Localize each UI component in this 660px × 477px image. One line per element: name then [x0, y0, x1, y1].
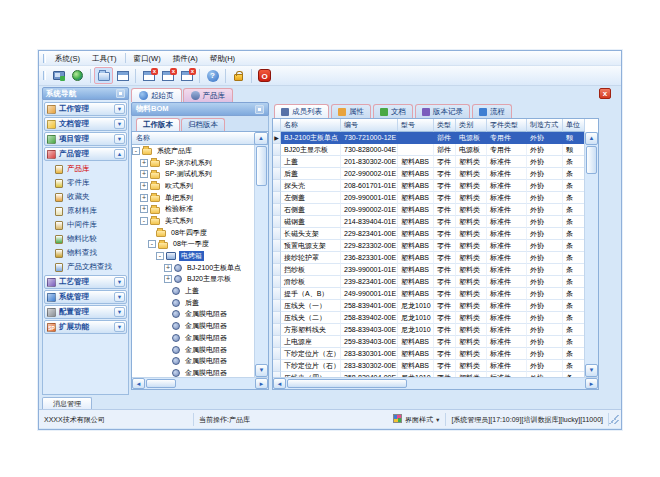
toolbar-button-exit[interactable]: O — [255, 67, 274, 84]
tree-node[interactable]: -美式系列 — [132, 215, 254, 227]
column-header-编号[interactable]: 编号 — [341, 119, 398, 132]
expand-icon[interactable]: + — [140, 194, 148, 202]
style-dropdown-icon[interactable]: ▼ — [435, 417, 440, 423]
table-row[interactable]: 方形塑料线夹258-839403-00E尼龙1010零件塑料类标准件外协条 — [273, 324, 584, 336]
menu-item[interactable]: 插件(A) — [167, 51, 204, 66]
tree-scroll-thumb[interactable] — [256, 146, 267, 186]
tree-node[interactable]: +BJ20主显示板 — [132, 274, 254, 286]
expand-icon[interactable]: + — [164, 275, 172, 283]
table-row[interactable]: 接纱轮护罩236-823301-00E塑料ABS零件塑料类标准件外协条 — [273, 252, 584, 264]
table-row[interactable]: 长磁头支架229-823401-00E塑料ABS零件塑料类标准件外协条 — [273, 228, 584, 240]
tree-node[interactable]: 金属膜电阻器 — [132, 332, 254, 344]
sidebar-group-系统管理[interactable]: 系统管理▼ — [44, 290, 127, 304]
toolbar-grip[interactable] — [43, 71, 46, 80]
doc-tab-起始页[interactable]: 起始页 — [131, 88, 182, 102]
expand-icon[interactable]: + — [140, 159, 148, 167]
column-header-类型[interactable]: 类型 — [434, 119, 456, 132]
toolbar-button-close-window[interactable]: x — [139, 67, 158, 84]
tree-hscroll-thumb[interactable] — [146, 379, 176, 388]
table-row[interactable]: 预置电源支架229-823302-00E塑料ABS零件塑料类标准件外协条 — [273, 240, 584, 252]
chevron-down-icon[interactable]: ▼ — [114, 292, 125, 302]
table-row[interactable]: 左侧盖209-990001-01E塑料ABS零件塑料类标准件外协条 — [273, 192, 584, 204]
tree-node[interactable]: 金属膜电阻器 — [132, 355, 254, 367]
grid-hscroll-thumb[interactable] — [287, 379, 407, 388]
tree-node[interactable]: 08年四季度 — [132, 227, 254, 239]
menu-item[interactable]: 窗口(W) — [128, 51, 167, 66]
chevron-down-icon[interactable]: ▼ — [114, 104, 125, 114]
version-tab-工作版本[interactable]: 工作版本 — [136, 118, 180, 131]
table-row[interactable]: 压线夹（一）258-839401-00E尼龙1010零件塑料类标准件外协条 — [273, 300, 584, 312]
tree-scroll-left-icon[interactable]: ◄ — [132, 378, 145, 389]
table-row[interactable]: 提手（A、B）249-990001-01E塑料ABS零件塑料类标准件外协条 — [273, 288, 584, 300]
table-row[interactable]: 上电源座259-839403-00E塑料ABS零件塑料类标准件外协条 — [273, 336, 584, 348]
sidebar-group-工艺管理[interactable]: 工艺管理▼ — [44, 275, 127, 289]
tree-node[interactable]: 后盖 — [132, 297, 254, 309]
tree-scroll-right-icon[interactable]: ► — [255, 378, 268, 389]
menu-item[interactable]: 帮助(H) — [204, 51, 241, 66]
toolbar-button-lock[interactable] — [229, 67, 248, 84]
menu-item[interactable]: 工具(T) — [86, 51, 123, 66]
expand-icon[interactable]: + — [140, 182, 148, 190]
table-row[interactable]: 挡纱板239-990001-01E塑料ABS零件塑料类标准件外协条 — [273, 264, 584, 276]
table-row[interactable]: 压线夹（二）258-839402-00E尼龙1010零件塑料类标准件外协条 — [273, 312, 584, 324]
expand-icon[interactable]: + — [140, 170, 148, 178]
toolbar-button-close-folder[interactable]: x — [158, 67, 177, 84]
column-header-名称[interactable]: 名称 — [281, 119, 341, 132]
tree-node[interactable]: 金属膜电阻器 — [132, 344, 254, 356]
menubar-grip[interactable] — [43, 54, 46, 63]
sidebar-item-收藏夹[interactable]: 收藏夹 — [43, 190, 128, 204]
sidebar-group-产品管理[interactable]: 产品管理▲ — [44, 147, 127, 161]
toolbar-button-close-all[interactable]: x — [177, 67, 196, 84]
sidebar-group-项目管理[interactable]: 项目管理▼ — [44, 132, 127, 146]
grid-scroll-right-icon[interactable]: ► — [585, 378, 598, 389]
expand-icon[interactable]: + — [164, 264, 172, 272]
tree-node[interactable]: -电烤箱 — [132, 250, 254, 262]
collapse-icon[interactable]: - — [156, 252, 164, 260]
chevron-down-icon[interactable]: ▼ — [114, 134, 125, 144]
table-row[interactable]: 下纱定位片（右）283-830302-00E塑料ABS零件塑料类标准件外协条 — [273, 360, 584, 372]
toolbar-button-globe[interactable] — [68, 67, 87, 84]
table-row[interactable]: 磁钢盖214-839404-01E塑料ABS零件塑料类标准件外协条 — [273, 216, 584, 228]
content-tab-文档[interactable]: 文档 — [373, 104, 413, 118]
close-document-icon[interactable]: x — [599, 88, 611, 99]
sidebar-item-产品文档查找[interactable]: 产品文档查找 — [43, 260, 128, 274]
expand-icon[interactable]: + — [140, 205, 148, 213]
table-row[interactable]: BJ20主显示板730-828000-04E部件电源板专用件外协颗 — [273, 144, 584, 156]
sidebar-item-原材料库[interactable]: 原材料库 — [43, 204, 128, 218]
tree-node[interactable]: 金属膜电阻器 — [132, 309, 254, 321]
table-row[interactable]: 后盖202-990002-01E塑料ABS零件塑料类标准件外协条 — [273, 168, 584, 180]
tree-node[interactable]: 金属膜电阻器 — [132, 367, 254, 377]
grid-scroll-thumb[interactable] — [586, 146, 597, 174]
table-row[interactable]: 探头壳208-601701-01E塑料ABS零件塑料类标准件外协条 — [273, 180, 584, 192]
collapse-icon[interactable]: - — [132, 147, 140, 155]
column-header-类别[interactable]: 类别 — [456, 119, 487, 132]
tree-vertical-scrollbar[interactable]: ▼ — [254, 145, 268, 377]
menu-item[interactable]: 系统(S) — [49, 51, 86, 66]
chevron-down-icon[interactable]: ▼ — [114, 307, 125, 317]
tree-node[interactable]: -08年一季度 — [132, 239, 254, 251]
bom-pin-icon[interactable] — [255, 105, 264, 114]
grid-scroll-left-icon[interactable]: ◄ — [273, 378, 286, 389]
tree-horizontal-scrollbar[interactable]: ◄ ► — [132, 377, 268, 389]
content-tab-版本记录[interactable]: 版本记录 — [415, 104, 470, 118]
style-selector[interactable]: 界面样式▼ — [388, 413, 446, 426]
sidebar-item-中间件库[interactable]: 中间件库 — [43, 218, 128, 232]
table-row[interactable]: 上盖201-830302-00E塑料ABS零件塑料类标准件外协条 — [273, 156, 584, 168]
table-row[interactable]: ▶BJ-2100主板单点730-721000-12E部件电源板专用件外协颗 — [273, 132, 584, 144]
collapse-icon[interactable]: - — [148, 240, 156, 248]
tree-node[interactable]: +SP-演示机系列 — [132, 157, 254, 169]
tree-node[interactable]: +SP-测试机系列 — [132, 168, 254, 180]
tree-node[interactable]: 上盖 — [132, 285, 254, 297]
sidebar-group-文档管理[interactable]: 文档管理▼ — [44, 117, 127, 131]
content-tab-流程[interactable]: 流程 — [472, 104, 512, 118]
chevron-down-icon[interactable]: ▼ — [114, 322, 125, 332]
sidebar-group-工作管理[interactable]: 工作管理▼ — [44, 102, 127, 116]
tree-node[interactable]: +欧式系列 — [132, 180, 254, 192]
grid-vertical-scrollbar[interactable]: ▲ ▼ — [584, 132, 598, 377]
content-tab-成员列表[interactable]: 成员列表 — [274, 104, 329, 118]
tree-node[interactable]: +单把系列 — [132, 192, 254, 204]
tree-node[interactable]: +检验标准 — [132, 203, 254, 215]
sidebar-item-物料比较[interactable]: 物料比较 — [43, 232, 128, 246]
chevron-down-icon[interactable]: ▼ — [114, 119, 125, 129]
toolbar-button-window-grid[interactable] — [113, 67, 132, 84]
